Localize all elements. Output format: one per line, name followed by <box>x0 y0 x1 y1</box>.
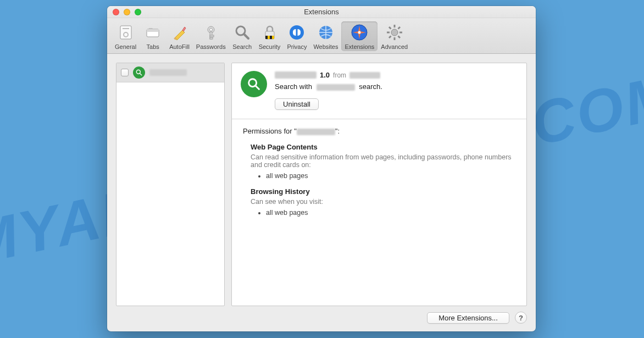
svg-line-32 <box>389 36 391 38</box>
window-footer: More Extensions... ? <box>107 306 536 331</box>
svg-rect-19 <box>296 29 298 36</box>
extension-name-redacted <box>275 71 317 79</box>
more-extensions-button[interactable]: More Extensions... <box>427 312 509 324</box>
permissions-title: Permissions for "": <box>243 127 515 135</box>
tabs-icon <box>143 23 163 42</box>
extension-version: 1.0 <box>320 71 330 79</box>
extensions-sidebar <box>116 63 225 306</box>
tab-security[interactable]: Security <box>256 21 284 51</box>
window-title: Extensions <box>304 8 339 16</box>
general-icon <box>116 23 136 42</box>
extension-title-line: 1.0 from <box>275 71 518 79</box>
extensions-icon <box>349 23 369 42</box>
tab-label: Privacy <box>287 43 307 50</box>
tab-label: Advanced <box>381 43 408 50</box>
autofill-icon <box>169 23 189 42</box>
extension-item-icon <box>133 67 145 79</box>
extension-enable-checkbox[interactable] <box>121 69 129 76</box>
tab-tabs[interactable]: Tabs <box>140 21 166 51</box>
help-button[interactable]: ? <box>515 312 527 324</box>
tab-passwords[interactable]: Passwords <box>193 21 229 51</box>
extension-header: 1.0 from Search with search. Uninstall <box>232 63 526 119</box>
svg-point-23 <box>358 31 361 34</box>
svg-line-34 <box>140 73 141 75</box>
extension-detail-pane: 1.0 from Search with search. Uninstall P… <box>231 63 527 306</box>
tab-autofill[interactable]: AutoFill <box>166 21 193 51</box>
svg-line-31 <box>398 27 400 29</box>
permission-group-history: Browsing History Can see when you visit:… <box>251 187 515 217</box>
tab-extensions[interactable]: Extensions <box>341 21 377 51</box>
permission-group-webcontents: Web Page Contents Can read sensitive inf… <box>251 143 515 180</box>
permissions-name-redacted <box>297 129 335 135</box>
tab-label: Websites <box>313 43 338 50</box>
svg-line-30 <box>398 36 400 38</box>
extension-desc-name-redacted <box>317 84 355 91</box>
privacy-icon <box>287 23 307 42</box>
window-titlebar[interactable]: Extensions <box>107 6 536 18</box>
svg-line-36 <box>256 86 259 89</box>
extension-name-redacted <box>149 69 187 76</box>
permission-item: all web pages <box>266 209 515 217</box>
permission-heading: Web Page Contents <box>251 143 515 151</box>
permission-item: all web pages <box>266 172 515 180</box>
svg-point-24 <box>391 29 398 36</box>
traffic-lights <box>113 9 141 15</box>
svg-rect-9 <box>210 35 214 37</box>
minimize-button[interactable] <box>124 9 130 15</box>
search-icon <box>232 23 252 42</box>
permission-desc: Can read sensitive information from web … <box>251 153 515 169</box>
extension-icon <box>241 71 267 97</box>
tab-advanced[interactable]: Advanced <box>377 21 411 51</box>
tab-websites[interactable]: Websites <box>310 21 341 51</box>
svg-rect-4 <box>147 29 159 32</box>
svg-rect-1 <box>123 28 129 29</box>
permissions-section: Permissions for "": Web Page Contents Ca… <box>232 119 526 232</box>
advanced-icon <box>385 23 404 42</box>
tab-label: Search <box>232 43 252 50</box>
svg-line-29 <box>389 27 391 29</box>
svg-rect-16 <box>270 36 272 39</box>
preferences-toolbar: General Tabs AutoFill Passwords <box>107 18 536 54</box>
passwords-icon <box>201 23 221 42</box>
tab-label: General <box>115 43 136 50</box>
svg-rect-15 <box>265 36 268 39</box>
extension-author-redacted <box>349 72 380 79</box>
svg-line-12 <box>244 34 248 38</box>
permission-desc: Can see when you visit: <box>251 198 515 206</box>
tab-general[interactable]: General <box>112 21 140 51</box>
svg-point-7 <box>209 29 212 31</box>
tab-label: Extensions <box>345 43 374 50</box>
tab-label: Security <box>259 43 281 50</box>
permission-heading: Browsing History <box>251 187 515 196</box>
extension-description: Search with search. <box>275 82 518 91</box>
uninstall-button[interactable]: Uninstall <box>275 98 319 110</box>
tab-privacy[interactable]: Privacy <box>284 21 310 51</box>
preferences-window: Extensions General Tabs AutoFill <box>107 6 536 331</box>
websites-icon <box>316 23 336 42</box>
tab-label: Tabs <box>147 43 159 50</box>
security-icon <box>260 23 280 42</box>
from-label: from <box>333 71 346 79</box>
zoom-button[interactable] <box>135 9 141 15</box>
close-button[interactable] <box>113 9 119 15</box>
svg-rect-10 <box>210 37 213 39</box>
tab-label: Passwords <box>196 43 226 50</box>
tab-search[interactable]: Search <box>229 21 256 51</box>
extension-list-item[interactable] <box>116 63 224 82</box>
content-area: 1.0 from Search with search. Uninstall P… <box>107 54 536 306</box>
tab-label: AutoFill <box>169 43 190 50</box>
